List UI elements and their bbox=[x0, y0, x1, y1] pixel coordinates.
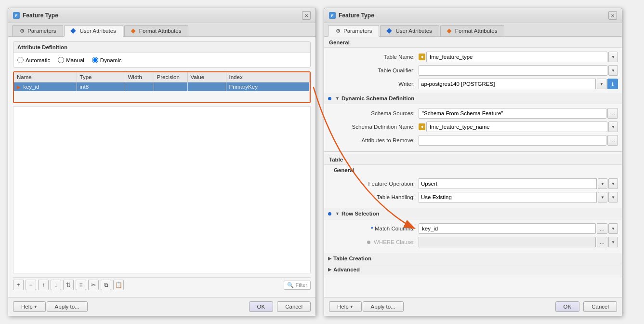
right-tab-parameters[interactable]: Parameters bbox=[328, 25, 379, 37]
right-tab-format-attributes[interactable]: Format Attributes bbox=[440, 25, 505, 36]
table-qualifier-dropdown[interactable]: ▼ bbox=[608, 65, 618, 76]
right-dialog-icon: F bbox=[329, 12, 336, 19]
collapse-icon: ▼ bbox=[335, 96, 340, 101]
radio-automatic[interactable]: Automatic bbox=[17, 57, 50, 63]
table-row-empty bbox=[14, 92, 310, 102]
match-columns-ellipsis[interactable]: … bbox=[597, 223, 607, 234]
dynamic-schema-header[interactable]: ▼ Dynamic Schema Definition bbox=[324, 93, 622, 104]
left-cancel-button[interactable]: Cancel bbox=[277, 301, 311, 312]
table-qualifier-input-group: ▼ bbox=[419, 65, 618, 76]
row-selection-header[interactable]: ▼ Row Selection bbox=[324, 208, 622, 219]
dynamic-schema-dot bbox=[328, 97, 331, 100]
table-general-form: Feature Operation: Upsert ▼ ▼ Table Hand… bbox=[324, 175, 622, 206]
left-format-attr-icon bbox=[131, 28, 135, 33]
table-section: Table General Feature Operation: Upsert … bbox=[324, 154, 622, 275]
table-handling-select-wrapper: Use Existing ▼ bbox=[419, 192, 607, 202]
row-selection-dot bbox=[328, 212, 331, 216]
right-ok-button[interactable]: OK bbox=[555, 301, 580, 312]
schema-def-icon: ◆ bbox=[419, 123, 425, 130]
table-handling-extra-dropdown[interactable]: ▼ bbox=[608, 192, 618, 202]
paste-button[interactable]: 📋 bbox=[113, 280, 124, 290]
cut-button[interactable]: ✂ bbox=[88, 280, 99, 290]
cell-width bbox=[125, 82, 154, 92]
right-close-button[interactable]: ✕ bbox=[608, 11, 617, 20]
left-dialog-footer: Help ▼ Apply to... OK Cancel bbox=[8, 297, 315, 316]
advanced-header[interactable]: ▶ Advanced bbox=[324, 264, 622, 275]
gear-icon bbox=[19, 28, 25, 34]
schema-sources-input[interactable] bbox=[419, 108, 606, 119]
schema-sources-input-group: … bbox=[419, 108, 618, 119]
table-name-dropdown[interactable]: ▼ bbox=[608, 52, 618, 62]
table-name-icon: ◆ bbox=[419, 54, 425, 60]
where-clause-ellipsis[interactable]: … bbox=[597, 237, 607, 247]
copy-button[interactable]: ⧉ bbox=[101, 280, 111, 290]
match-columns-label: Match Columns: bbox=[328, 226, 415, 231]
schema-def-name-input[interactable] bbox=[426, 122, 607, 132]
left-dialog: F Feature Type ✕ Parameters User Attribu… bbox=[8, 8, 316, 316]
right-tab-bar: Parameters User Attributes Format Attrib… bbox=[324, 23, 622, 37]
match-columns-dropdown[interactable]: ▼ bbox=[608, 223, 618, 234]
right-apply-to-button[interactable]: Apply to... bbox=[363, 301, 404, 312]
col-index: Index bbox=[226, 72, 310, 82]
radio-dynamic[interactable]: Dynamic bbox=[92, 57, 122, 63]
left-tab-format-attributes[interactable]: Format Attributes bbox=[124, 25, 189, 36]
filter-box[interactable]: 🔍 Filter bbox=[284, 281, 311, 290]
where-clause-dropdown[interactable]: ▼ bbox=[608, 237, 618, 247]
move-down-button[interactable]: ↓ bbox=[51, 280, 61, 290]
table-creation-header[interactable]: ▶ Table Creation bbox=[324, 253, 622, 264]
table-name-input[interactable] bbox=[426, 52, 607, 62]
right-help-button[interactable]: Help ▼ bbox=[329, 301, 362, 312]
empty-area bbox=[13, 106, 311, 273]
right-tab-user-attributes[interactable]: User Attributes bbox=[380, 25, 439, 36]
feature-operation-label: Feature Operation: bbox=[328, 181, 415, 187]
radio-group: Automatic Manual Dynamic bbox=[17, 57, 306, 63]
table-toolbar: + − ↑ ↓ ⇅ ≡ ✂ ⧉ 📋 🔍 Filter bbox=[13, 277, 311, 292]
remove-row-button[interactable]: − bbox=[26, 280, 36, 290]
table-handling-dropdown[interactable]: ▼ bbox=[598, 192, 607, 202]
right-gear-icon bbox=[335, 28, 341, 34]
writer-select-wrapper: ap-postgres140 [POSTGRES] ▼ bbox=[419, 79, 606, 89]
row-selection-form: Match Columns: … ▼ WHERE Clause: … bbox=[324, 219, 622, 251]
table-row[interactable]: ▶ key_id int8 PrimaryKey bbox=[14, 82, 310, 92]
table-qualifier-input[interactable] bbox=[419, 65, 607, 76]
add-row-button[interactable]: + bbox=[13, 280, 24, 290]
left-help-button[interactable]: Help ▼ bbox=[13, 301, 46, 312]
where-clause-input-group: … ▼ bbox=[419, 237, 618, 247]
feature-operation-select-wrapper: Upsert ▼ bbox=[419, 178, 607, 189]
table-qualifier-label: Table Qualifier: bbox=[328, 68, 415, 73]
schema-sources-ellipsis[interactable]: … bbox=[607, 108, 618, 119]
left-tab-parameters[interactable]: Parameters bbox=[12, 25, 63, 36]
feature-operation-input-group: Upsert ▼ ▼ bbox=[419, 178, 618, 189]
writer-dropdown[interactable]: ▼ bbox=[597, 79, 606, 89]
right-footer-left: Help ▼ Apply to... bbox=[329, 301, 404, 312]
sort-button[interactable]: ⇅ bbox=[63, 280, 74, 290]
left-apply-to-button[interactable]: Apply to... bbox=[47, 301, 88, 312]
cell-precision bbox=[154, 82, 187, 92]
left-close-button[interactable]: ✕ bbox=[302, 11, 311, 20]
right-cancel-button[interactable]: Cancel bbox=[583, 301, 617, 312]
col-precision: Precision bbox=[154, 72, 187, 82]
move-up-button[interactable]: ↑ bbox=[38, 280, 49, 290]
radio-manual[interactable]: Manual bbox=[58, 57, 84, 63]
align-button[interactable]: ≡ bbox=[76, 280, 86, 290]
left-dialog-content: Attribute Definition Automatic Manual Dy… bbox=[8, 37, 315, 297]
where-clause-dot bbox=[367, 241, 370, 244]
dynamic-schema-section: ▼ Dynamic Schema Definition Schema Sourc… bbox=[324, 93, 622, 149]
feature-operation-extra-dropdown[interactable]: ▼ bbox=[608, 178, 618, 189]
writer-select-display: ap-postgres140 [POSTGRES] bbox=[419, 79, 596, 89]
schema-def-dropdown[interactable]: ▼ bbox=[608, 122, 618, 132]
feature-operation-dropdown[interactable]: ▼ bbox=[598, 178, 607, 189]
advanced-collapse-icon: ▶ bbox=[328, 267, 331, 272]
left-footer-left: Help ▼ Apply to... bbox=[13, 301, 88, 312]
col-name: Name bbox=[14, 72, 77, 82]
toolbar-icons-group: + − ↑ ↓ ⇅ ≡ ✂ ⧉ 📋 bbox=[13, 280, 124, 290]
dynamic-schema-form: Schema Sources: … Schema Definition Name… bbox=[324, 104, 622, 149]
writer-info-button[interactable]: ℹ bbox=[607, 79, 618, 89]
left-tab-user-attributes[interactable]: User Attributes bbox=[64, 25, 123, 37]
attrs-to-remove-ellipsis[interactable]: … bbox=[607, 135, 618, 146]
match-columns-input[interactable] bbox=[419, 223, 596, 234]
table-handling-input-group: Use Existing ▼ ▼ bbox=[419, 192, 618, 202]
attrs-to-remove-input[interactable] bbox=[419, 135, 606, 146]
attrs-to-remove-input-group: … bbox=[419, 135, 618, 146]
left-ok-button[interactable]: OK bbox=[249, 301, 274, 312]
